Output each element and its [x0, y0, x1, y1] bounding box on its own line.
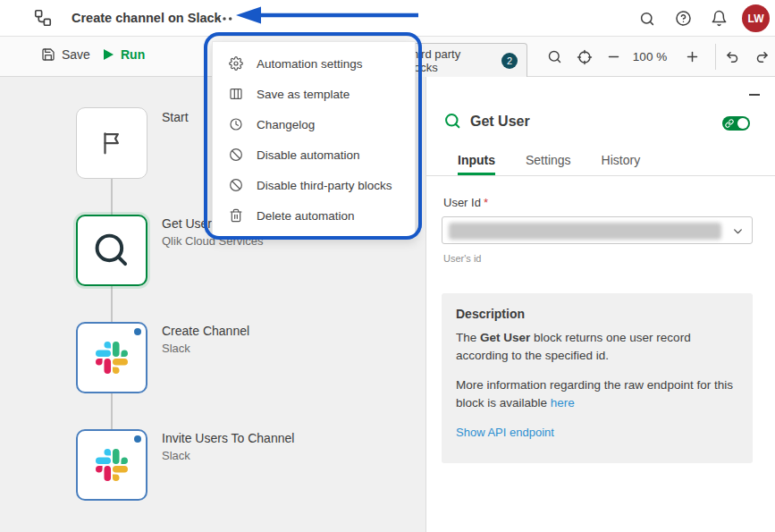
help-icon	[675, 10, 692, 27]
block-connector-line	[111, 143, 113, 465]
description-paragraph-2: More information regarding the raw endpo…	[456, 376, 738, 412]
desc-text: More information regarding the raw endpo…	[456, 378, 733, 410]
connection-toggle[interactable]	[722, 116, 750, 131]
undo-button[interactable]	[722, 46, 743, 67]
disable-icon	[229, 178, 243, 192]
block-status-dot	[134, 435, 141, 443]
panel-tabs: Inputs Settings History	[426, 147, 775, 176]
tab-history[interactable]: History	[602, 147, 641, 175]
center-view-button[interactable]	[574, 46, 594, 67]
menu-item-delete-automation[interactable]: Delete automation	[213, 200, 415, 231]
play-icon	[104, 49, 114, 60]
desc-bold-text: Get User	[480, 331, 530, 344]
save-button[interactable]: Save	[41, 47, 90, 62]
menu-item-label: Disable automation	[257, 148, 360, 162]
third-party-count-badge: 2	[501, 53, 518, 69]
block-create-channel[interactable]	[76, 322, 147, 393]
block-label-invite-users: Invite Users To Channel Slack	[162, 431, 294, 462]
automation-flow-icon	[33, 8, 53, 31]
menu-item-label: Save as template	[257, 88, 350, 101]
history-icon	[229, 117, 243, 131]
global-search-button[interactable]	[636, 7, 658, 30]
required-asterisk: *	[484, 196, 488, 209]
search-icon	[639, 11, 655, 27]
top-header: Create channel on Slack LW	[0, 0, 775, 37]
tab-inputs[interactable]: Inputs	[458, 147, 495, 175]
user-id-label: User Id*	[443, 196, 488, 209]
block-config-panel: Get User Inputs Settings History User Id…	[425, 77, 775, 532]
block-subtitle: Slack	[162, 449, 294, 462]
block-get-user[interactable]	[76, 215, 147, 286]
panel-header: Get User	[444, 113, 530, 130]
third-party-blocks-label: Third party blocks	[405, 47, 494, 74]
link-icon	[725, 119, 734, 128]
zoom-in-button[interactable]	[682, 46, 703, 67]
menu-item-disable-third-party-blocks[interactable]: Disable third-party blocks	[213, 170, 415, 200]
block-label-create-channel: Create Channel Slack	[162, 324, 249, 355]
block-label-start: Start	[162, 110, 189, 124]
toolbar-divider	[715, 44, 716, 70]
minimize-icon	[749, 94, 760, 96]
menu-item-disable-automation[interactable]: Disable automation	[213, 139, 415, 170]
menu-item-label: Disable third-party blocks	[257, 179, 392, 192]
user-id-help-text: User's id	[443, 253, 481, 264]
menu-item-label: Changelog	[257, 118, 315, 131]
save-icon	[41, 47, 55, 62]
disable-icon	[229, 148, 243, 162]
zoom-out-button[interactable]	[603, 46, 624, 67]
minimize-panel-button[interactable]	[747, 84, 762, 98]
block-status-dot	[134, 328, 141, 335]
more-options-icon	[215, 10, 233, 28]
block-title: Create Channel	[162, 324, 249, 338]
crosshair-icon	[577, 49, 593, 65]
search-icon	[547, 49, 562, 64]
block-start[interactable]	[76, 107, 147, 179]
page-title: Create channel on Slack	[72, 11, 222, 25]
menu-item-save-as-template[interactable]: Save as template	[213, 79, 415, 109]
notifications-button[interactable]	[708, 7, 730, 30]
redo-button[interactable]	[751, 46, 771, 67]
description-title: Description	[456, 307, 738, 321]
show-api-endpoint-link[interactable]: Show API endpoint	[456, 426, 554, 439]
flag-icon	[98, 130, 125, 156]
notifications-icon	[711, 10, 728, 27]
slack-icon	[96, 342, 128, 374]
zoom-in-icon	[686, 50, 699, 63]
tab-settings[interactable]: Settings	[526, 147, 571, 175]
save-label: Save	[62, 47, 90, 62]
app-root: Create channel on Slack LW Save Run Thir…	[0, 0, 775, 532]
chevron-down-icon	[732, 225, 744, 237]
trash-icon	[229, 208, 243, 223]
description-paragraph-1: The Get User block returns one user reco…	[456, 329, 738, 365]
block-invite-users[interactable]	[76, 429, 147, 501]
template-icon	[229, 87, 243, 101]
run-label: Run	[121, 47, 145, 62]
zoom-out-icon	[607, 50, 620, 63]
avatar[interactable]: LW	[742, 4, 770, 32]
field-label-text: User Id	[443, 196, 481, 209]
desc-text: The	[456, 331, 480, 344]
menu-item-label: Delete automation	[257, 209, 355, 223]
panel-title: Get User	[470, 114, 530, 130]
help-button[interactable]	[672, 7, 695, 30]
menu-item-changelog[interactable]: Changelog	[213, 109, 415, 139]
undo-icon	[725, 49, 741, 65]
block-subtitle: Slack	[162, 342, 249, 355]
menu-item-label: Automation settings	[257, 57, 363, 71]
lookup-icon	[93, 232, 131, 269]
toggle-knob	[737, 118, 748, 129]
block-title: Invite Users To Channel	[162, 431, 294, 445]
redacted-value	[449, 223, 721, 240]
user-id-select[interactable]	[442, 216, 753, 244]
menu-item-automation-settings[interactable]: Automation settings	[213, 48, 415, 79]
gear-icon	[229, 56, 243, 71]
more-options-button[interactable]	[211, 9, 238, 28]
description-box: Description The Get User block returns o…	[442, 293, 753, 463]
here-link[interactable]: here	[551, 396, 575, 410]
zoom-level: 100 %	[626, 50, 674, 63]
block-title: Start	[162, 110, 189, 124]
canvas-search-button[interactable]	[544, 46, 565, 67]
redo-icon	[754, 49, 770, 65]
run-button[interactable]: Run	[104, 47, 145, 62]
more-options-menu: Automation settings Save as template Cha…	[212, 41, 416, 238]
